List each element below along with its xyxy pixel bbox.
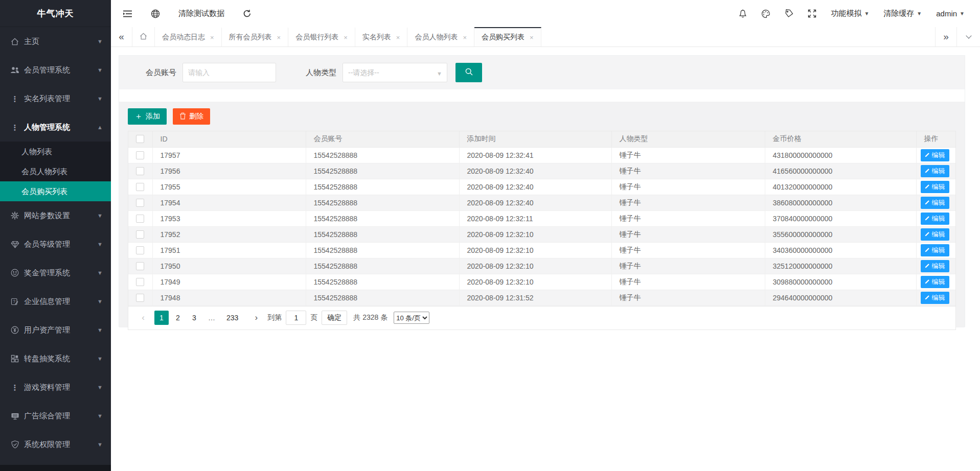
purchase-table: ID 会员账号 添加时间 人物类型 金币价格 操作 17957155425288… <box>128 131 955 306</box>
tab-realname-list[interactable]: 实名列表× <box>355 27 408 46</box>
page-button-2[interactable]: 2 <box>171 311 185 325</box>
globe-icon[interactable] <box>151 9 160 18</box>
delete-button[interactable]: 删除 <box>173 108 210 125</box>
close-icon[interactable]: × <box>396 34 400 41</box>
sidebar-footer <box>0 465 111 471</box>
account-input[interactable] <box>183 63 276 82</box>
goto-page-input[interactable] <box>286 311 306 325</box>
close-icon[interactable]: × <box>210 34 214 41</box>
section-gap <box>119 89 965 102</box>
cell-account: 15542528888 <box>306 274 459 290</box>
clear-cache-menu[interactable]: 清除缓存▼ <box>883 9 922 18</box>
tabs-menu-button[interactable] <box>956 27 980 46</box>
row-checkbox[interactable] <box>136 246 144 254</box>
sidebar-item-realname-list[interactable]: ⋮实名列表管理▼ <box>0 84 111 113</box>
tab-member-dynamic-log[interactable]: 会员动态日志× <box>155 27 222 46</box>
sidebar-item-ad-management[interactable]: 广告综合管理▼ <box>0 402 111 430</box>
cell-checkbox <box>128 258 152 274</box>
sidebar-item-member-level[interactable]: 会员等级管理▼ <box>0 230 111 258</box>
row-checkbox[interactable] <box>136 262 144 270</box>
close-icon[interactable]: × <box>530 34 534 41</box>
edit-button[interactable]: 编辑 <box>921 149 949 161</box>
search-button[interactable] <box>455 63 482 82</box>
edit-button[interactable]: 编辑 <box>921 244 949 256</box>
page-button-3[interactable]: 3 <box>187 311 201 325</box>
tab-label: 实名列表 <box>362 33 391 42</box>
monitor-icon <box>9 412 20 420</box>
row-checkbox[interactable] <box>136 183 144 191</box>
row-checkbox[interactable] <box>136 294 144 302</box>
tab-member-bank-list[interactable]: 会员银行列表× <box>288 27 355 46</box>
next-page-button[interactable]: › <box>249 311 263 325</box>
sidebar-item-member-purchase-list[interactable]: 会员购买列表 <box>0 181 111 201</box>
fullscreen-icon[interactable] <box>808 9 816 18</box>
sidebar-item-member-management[interactable]: 会员管理系统▼ <box>0 56 111 84</box>
diamond-icon <box>9 241 20 248</box>
tab-member-character-list[interactable]: 会员人物列表× <box>407 27 474 46</box>
sidebar-item-user-assets[interactable]: 用户资产管理▼ <box>0 316 111 344</box>
sidebar-item-home[interactable]: 主页▼ <box>0 27 111 56</box>
edit-button[interactable]: 编辑 <box>921 292 949 304</box>
sidebar-item-enterprise-info[interactable]: ?企业信息管理▼ <box>0 287 111 316</box>
chevron-down-icon: ▼ <box>97 327 103 333</box>
chevron-up-icon: ▲ <box>97 124 103 130</box>
row-checkbox[interactable] <box>136 151 144 159</box>
tag-icon[interactable] <box>785 9 793 18</box>
row-checkbox[interactable] <box>136 230 144 239</box>
row-checkbox[interactable] <box>136 167 144 175</box>
clear-test-data-button[interactable]: 清除测试数据 <box>178 9 224 18</box>
row-checkbox[interactable] <box>136 215 144 223</box>
sidebar-item-lottery-wheel[interactable]: 转盘抽奖系统▼ <box>0 344 111 373</box>
simulate-menu[interactable]: 功能模拟▼ <box>831 9 869 18</box>
confirm-page-button[interactable]: 确定 <box>322 311 347 325</box>
edit-button[interactable]: 编辑 <box>921 197 949 209</box>
page-button-1[interactable]: 1 <box>154 311 169 325</box>
per-page-select[interactable]: 10 条/页 <box>394 312 429 324</box>
pencil-icon <box>925 199 930 206</box>
character-type-select[interactable]: --请选择-- <box>343 63 447 82</box>
pencil-icon <box>925 183 930 191</box>
sidebar-item-member-character-list[interactable]: 会员人物列表 <box>0 161 111 181</box>
bell-icon[interactable] <box>739 9 747 18</box>
edit-button[interactable]: 编辑 <box>921 165 949 177</box>
sidebar-item-site-params[interactable]: 网站参数设置▼ <box>0 201 111 230</box>
chevron-down-icon: ▼ <box>97 356 103 362</box>
sidebar-item-label: 用户资产管理 <box>24 325 97 335</box>
tab-member-purchase-list[interactable]: 会员购买列表× <box>474 27 541 46</box>
select-all-checkbox[interactable] <box>136 135 144 143</box>
prev-page-button[interactable]: ‹ <box>136 311 150 325</box>
edit-button[interactable]: 编辑 <box>921 213 949 225</box>
cell-actions: 编辑 <box>916 163 955 179</box>
close-icon[interactable]: × <box>277 34 281 41</box>
cell-id: 17949 <box>152 274 306 290</box>
cell-id: 17950 <box>152 258 306 274</box>
close-icon[interactable]: × <box>344 34 348 41</box>
edit-button[interactable]: 编辑 <box>921 228 949 241</box>
sidebar-item-character-list[interactable]: 人物列表 <box>0 142 111 161</box>
sidebar-item-system-permission[interactable]: 系统权限管理▼ <box>0 430 111 459</box>
account-label: 会员账号 <box>146 68 176 78</box>
sidebar-item-game-data[interactable]: ⋮游戏资料管理▼ <box>0 373 111 402</box>
palette-icon[interactable] <box>761 9 770 18</box>
sidebar-item-character-management[interactable]: ⋮人物管理系统▲ <box>0 113 111 142</box>
tabs-scroll-left[interactable]: « <box>111 27 132 46</box>
edit-button[interactable]: 编辑 <box>921 181 949 193</box>
row-checkbox[interactable] <box>136 199 144 207</box>
add-button[interactable]: ＋ 添加 <box>128 108 167 125</box>
collapse-sidebar-icon[interactable] <box>123 10 132 18</box>
refresh-icon[interactable] <box>243 9 252 18</box>
close-icon[interactable]: × <box>463 34 467 41</box>
main-content: 会员账号 人物类型 --请选择-- ▼ ＋ 添加 <box>111 47 980 471</box>
sidebar-item-bonus-management[interactable]: 奖金管理系统▼ <box>0 258 111 287</box>
tab-home[interactable] <box>132 27 155 46</box>
tabs-scroll-right[interactable]: » <box>935 27 956 46</box>
tabs-list: 会员动态日志×所有会员列表×会员银行列表×实名列表×会员人物列表×会员购买列表× <box>155 27 935 46</box>
pencil-icon <box>925 151 930 159</box>
row-checkbox[interactable] <box>136 278 144 286</box>
pencil-icon <box>925 278 930 286</box>
page-button-233[interactable]: 233 <box>222 311 243 325</box>
edit-button[interactable]: 编辑 <box>921 276 949 288</box>
user-menu[interactable]: admin▼ <box>936 9 965 18</box>
tab-all-member-list[interactable]: 所有会员列表× <box>222 27 289 46</box>
edit-button[interactable]: 编辑 <box>921 260 949 272</box>
